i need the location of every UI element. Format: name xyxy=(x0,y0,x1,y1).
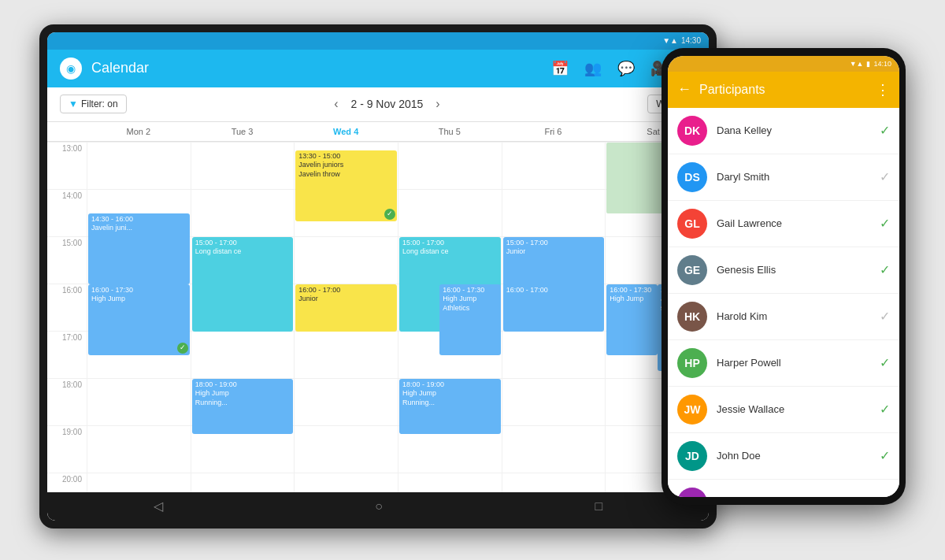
phone-status-bar: ▼▲ ▮ 14:10 xyxy=(668,56,899,72)
avatar-dana: DK xyxy=(677,116,707,146)
cell-thu-15[interactable]: 15:00 - 17:00Long distan ce xyxy=(398,236,502,284)
avatar-daryl: DS xyxy=(677,162,707,192)
cell-fri-20[interactable] xyxy=(502,473,606,492)
avatar-harold: HK xyxy=(677,302,707,332)
cell-wed-15[interactable] xyxy=(294,236,398,284)
cell-fri-18[interactable] xyxy=(502,378,606,425)
participant-item-daryl[interactable]: DS Daryl Smith ✓ xyxy=(668,154,899,201)
cell-tue-20[interactable] xyxy=(191,473,295,492)
tablet-status-bar: ▼▲ 14:30 xyxy=(47,32,709,50)
event-wed-javelin-juniors[interactable]: 13:30 - 15:00Javelin juniorsJavelin thro… xyxy=(295,150,397,221)
filter-icon: ▼ xyxy=(69,98,78,109)
check-icon-john: ✓ xyxy=(880,448,890,463)
cell-wed-16[interactable]: 16:00 - 17:00Junior xyxy=(294,284,398,331)
tablet-device: ▼▲ 14:30 ◉ Calendar 📅 👥 💬 🎥 ☰ ▼ xyxy=(39,24,717,528)
cell-fri-13[interactable] xyxy=(502,142,606,189)
cell-tue-13[interactable] xyxy=(191,142,295,189)
phone-appbar: ← Participants ⋮ xyxy=(668,72,899,108)
people-icon[interactable]: 👥 xyxy=(584,60,602,77)
cell-mon-19[interactable] xyxy=(87,425,191,473)
participant-item-genesis[interactable]: GE Genesis Ellis ✓ xyxy=(668,247,899,294)
cell-mon-20[interactable] xyxy=(87,473,191,492)
time-col-header xyxy=(47,122,87,141)
calendar-grid: Mon 2 Tue 3 Wed 4 Thu 5 Fri 6 Sat 7 13:0… xyxy=(47,122,709,492)
day-header-fri: Fri 6 xyxy=(502,122,606,141)
time-label-19: 19:00 xyxy=(47,425,87,473)
cell-fri-14[interactable] xyxy=(502,189,606,236)
event-tue-highjump-18[interactable]: 18:00 - 19:00High JumpRunning... xyxy=(192,379,294,434)
participant-name-harold: Harold Kim xyxy=(717,310,870,322)
event-sat-highjump[interactable]: 16:00 - 17:30High Jump xyxy=(606,284,657,355)
cell-tue-18[interactable]: 18:00 - 19:00High JumpRunning... xyxy=(191,378,295,425)
participant-item-gail[interactable]: GL Gail Lawrence ✓ xyxy=(668,201,899,247)
phone-signal-icon: ▼▲ xyxy=(850,60,864,68)
event-mon-highjump[interactable]: 16:00 - 17:30High Jump ✓ xyxy=(88,284,190,355)
event-thu-highjump-athletics[interactable]: 16:00 - 17:30High Jump Athletics xyxy=(439,284,500,355)
cell-mon-16[interactable]: 16:00 - 17:30High Jump ✓ xyxy=(87,284,191,331)
phone-screen: ▼▲ ▮ 14:10 ← Participants ⋮ DK Dana Kell… xyxy=(668,56,899,497)
back-nav-btn[interactable]: ◁ xyxy=(154,499,163,514)
cell-thu-14[interactable] xyxy=(398,189,502,236)
avatar-jose: JH xyxy=(677,488,707,497)
cell-tue-14[interactable] xyxy=(191,189,295,236)
tablet-time: 14:30 xyxy=(681,36,701,45)
back-button[interactable]: ← xyxy=(677,81,691,98)
cell-mon-13[interactable] xyxy=(87,142,191,189)
cell-mon-18[interactable] xyxy=(87,378,191,425)
phone-time: 14:10 xyxy=(873,60,891,68)
participant-name-gail: Gail Lawrence xyxy=(717,217,870,229)
participant-item-jessie[interactable]: JW Jessie Wallace ✓ xyxy=(668,387,899,433)
cell-wed-18[interactable] xyxy=(294,378,398,425)
calendar-app-icon: ◉ xyxy=(60,57,82,80)
time-label-18: 18:00 xyxy=(47,378,87,425)
time-label-17: 17:00 xyxy=(47,331,87,378)
participant-name-jessie: Jessie Wallace xyxy=(717,403,870,415)
participant-name-john: John Doe xyxy=(717,450,870,462)
cell-wed-17[interactable] xyxy=(294,331,398,378)
filter-button[interactable]: ▼ Filter: on xyxy=(60,95,127,113)
home-nav-btn[interactable]: ○ xyxy=(375,499,383,514)
cell-fri-15[interactable]: 15:00 - 17:00Junior xyxy=(502,236,606,284)
check-icon-daryl: ✓ xyxy=(880,169,890,184)
day-header-tue: Tue 3 xyxy=(191,122,295,141)
participant-item-harper[interactable]: HP Harper Powell ✓ xyxy=(668,340,899,387)
event-mon-javelin[interactable]: 14:30 - 16:00Javelin juni... xyxy=(88,213,190,284)
more-options-button[interactable]: ⋮ xyxy=(876,81,890,98)
cell-thu-13[interactable] xyxy=(398,142,502,189)
cell-tue-17[interactable] xyxy=(191,331,295,378)
cell-thu-18[interactable]: 18:00 - 19:00High JumpRunning... xyxy=(398,378,502,425)
cell-wed-14[interactable]: 13:30 - 15:00Javelin juniorsJavelin thro… xyxy=(294,189,398,236)
cell-fri-16[interactable]: 16:00 - 17:00 xyxy=(502,284,606,331)
date-range-label: 2 - 9 Nov 2015 xyxy=(350,98,423,110)
check-icon-harold: ✓ xyxy=(880,309,890,324)
calendar-toolbar: ▼ Filter: on ‹ 2 - 9 Nov 2015 › Week ▾ xyxy=(47,87,709,122)
phone-device: ▼▲ ▮ 14:10 ← Participants ⋮ DK Dana Kell… xyxy=(662,48,906,505)
grid-inner: 13:00 14:00 14:30 - 16:0 xyxy=(47,142,709,492)
cell-fri-19[interactable] xyxy=(502,425,606,473)
participant-item-harold[interactable]: HK Harold Kim ✓ xyxy=(668,294,899,340)
recent-nav-btn[interactable]: □ xyxy=(595,499,603,514)
participant-name-harper: Harper Powell xyxy=(717,357,870,369)
participant-item-dana[interactable]: DK Dana Kelley ✓ xyxy=(668,108,899,154)
participant-item-john[interactable]: JD John Doe ✓ xyxy=(668,433,899,480)
cell-fri-17[interactable] xyxy=(502,331,606,378)
participant-name-jose: Jose Henderson xyxy=(717,496,870,497)
prev-arrow[interactable]: ‹ xyxy=(334,97,338,111)
event-fri-16[interactable]: 16:00 - 17:00 xyxy=(503,284,605,332)
cell-wed-19[interactable] xyxy=(294,425,398,473)
avatar-harper: HP xyxy=(677,348,707,378)
cell-wed-20[interactable] xyxy=(294,473,398,492)
cell-mon-14[interactable]: 14:30 - 16:00Javelin juni... xyxy=(87,189,191,236)
calendar-icon[interactable]: 📅 xyxy=(551,60,569,77)
event-wed-junior[interactable]: 16:00 - 17:00Junior xyxy=(295,284,397,332)
avatar-genesis: GE xyxy=(677,255,707,285)
tablet-bottom-nav: ◁ ○ □ xyxy=(47,492,709,521)
day-header-mon: Mon 2 xyxy=(87,122,191,141)
chat-icon[interactable]: 💬 xyxy=(617,60,635,77)
participant-item-jose[interactable]: JH Jose Henderson ✓ xyxy=(668,480,899,497)
cell-thu-20[interactable] xyxy=(398,473,502,492)
cell-tue-15[interactable]: 15:00 - 17:00Long distan ce xyxy=(191,236,295,284)
next-arrow[interactable]: › xyxy=(435,97,439,111)
event-tue-long-dist[interactable]: 15:00 - 17:00Long distan ce xyxy=(192,237,294,332)
event-thu-highjump-18[interactable]: 18:00 - 19:00High JumpRunning... xyxy=(399,379,501,434)
